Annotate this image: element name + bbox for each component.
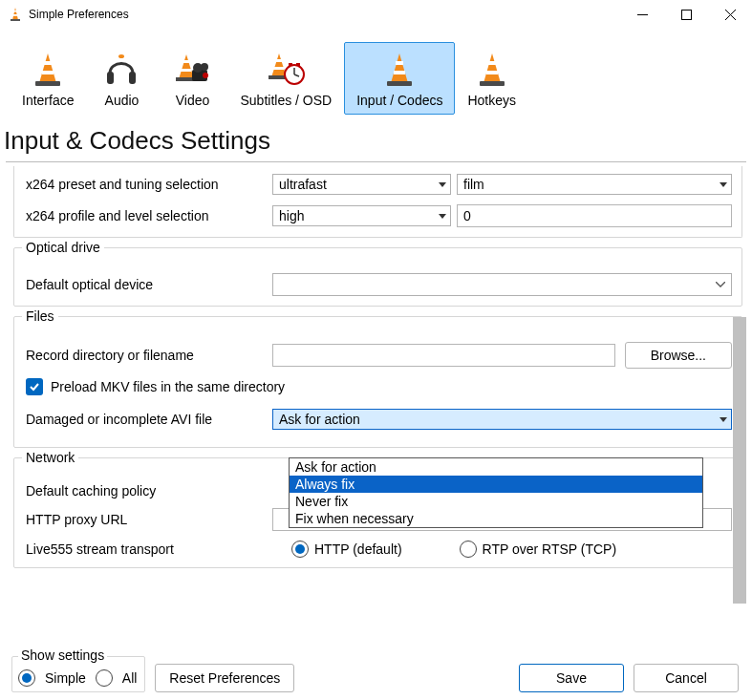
dropdown-option[interactable]: Always fix	[290, 476, 702, 493]
film-cone-icon	[169, 47, 215, 89]
svg-rect-10	[42, 71, 54, 74]
tab-label: Audio	[105, 93, 140, 108]
combo-value: film	[463, 177, 484, 192]
damaged-avi-label: Damaged or incomplete AVI file	[24, 412, 272, 427]
svg-rect-37	[488, 61, 496, 65]
svg-marker-32	[391, 53, 408, 83]
damaged-avi-dropdown[interactable]: Ask for action Always fix Never fix Fix …	[289, 457, 703, 528]
footer: Show settings Simple All Reset Preferenc…	[0, 656, 752, 700]
chevron-down-icon	[439, 182, 446, 187]
combo-value: ultrafast	[279, 177, 327, 192]
tab-audio[interactable]: Audio	[86, 42, 157, 115]
clock-cone-icon	[263, 47, 309, 89]
svg-rect-39	[480, 81, 505, 86]
tab-interface[interactable]: Interface	[10, 42, 86, 115]
svg-rect-34	[394, 71, 405, 74]
live555-rtp-radio[interactable]	[460, 541, 477, 558]
x264-profile-label: x264 profile and level selection	[24, 208, 272, 223]
scrollbar-thumb[interactable]	[733, 317, 746, 604]
preload-mkv-checkbox[interactable]: Preload MKV files in the same directory	[26, 378, 732, 395]
chevron-down-icon	[439, 214, 446, 219]
svg-rect-5	[681, 10, 691, 19]
group-files: Files Record directory or filename Brows…	[13, 316, 742, 448]
window-title: Simple Preferences	[29, 8, 129, 21]
preference-tabs: Interface Audio Video Subtitles / OSD In…	[0, 29, 752, 120]
record-dir-label: Record directory or filename	[24, 348, 272, 363]
svg-marker-15	[179, 54, 194, 79]
x264-profile-combo[interactable]: high	[272, 205, 451, 226]
tab-subtitles[interactable]: Subtitles / OSD	[227, 42, 344, 115]
svg-marker-8	[39, 53, 56, 83]
live555-label: Live555 stream transport	[24, 541, 272, 557]
tab-hotkeys[interactable]: Hotkeys	[455, 42, 528, 115]
group-title: Network	[22, 450, 78, 465]
x264-level-input[interactable]	[457, 204, 732, 227]
chevron-down-icon	[716, 282, 725, 287]
svg-rect-24	[275, 59, 282, 62]
cone-icon	[25, 47, 71, 89]
svg-point-21	[201, 63, 208, 71]
live555-http-label: HTTP (default)	[314, 541, 402, 557]
svg-rect-3	[11, 19, 20, 21]
dropdown-option[interactable]: Never fix	[290, 493, 702, 510]
live555-rtp-label: RTP over RTSP (TCP)	[483, 541, 617, 557]
svg-marker-0	[12, 8, 18, 20]
show-settings-simple-label: Simple	[45, 670, 86, 686]
group-title: Optical drive	[22, 240, 104, 255]
svg-rect-31	[296, 63, 300, 66]
live555-http-radio[interactable]	[291, 541, 309, 558]
browse-button[interactable]: Browse...	[625, 342, 732, 369]
x264-preset-combo[interactable]: ultrafast	[272, 174, 451, 195]
preload-mkv-label: Preload MKV files in the same directory	[51, 379, 285, 394]
record-dir-input[interactable]	[272, 344, 615, 367]
svg-rect-38	[486, 71, 498, 74]
group-codec: x264 preset and tuning selection ultrafa…	[13, 166, 742, 238]
show-settings-all-radio[interactable]	[96, 669, 113, 687]
svg-rect-2	[12, 14, 17, 16]
http-proxy-label: HTTP proxy URL	[24, 512, 272, 527]
divider	[6, 161, 746, 162]
cancel-button[interactable]: Cancel	[634, 664, 739, 692]
show-settings-simple-radio[interactable]	[18, 669, 35, 687]
svg-rect-11	[35, 81, 60, 86]
cache-policy-label: Default caching policy	[24, 483, 272, 498]
svg-rect-25	[273, 67, 284, 70]
tab-video[interactable]: Video	[157, 42, 227, 115]
chevron-down-icon	[720, 182, 727, 187]
group-title: Files	[22, 308, 58, 324]
default-optical-combo[interactable]	[272, 273, 732, 296]
damaged-avi-combo[interactable]: Ask for action	[272, 409, 732, 430]
settings-scroll-area: x264 preset and tuning selection ultrafa…	[13, 166, 742, 615]
svg-marker-36	[483, 53, 501, 83]
checkbox-checked-icon	[26, 378, 43, 395]
show-settings-group: Show settings Simple All	[11, 656, 145, 692]
dropdown-option[interactable]: Ask for action	[290, 458, 702, 476]
svg-rect-35	[387, 81, 412, 86]
minimize-button[interactable]	[620, 0, 664, 29]
titlebar: Simple Preferences	[0, 0, 752, 29]
x264-tuning-combo[interactable]: film	[457, 174, 732, 195]
x264-preset-label: x264 preset and tuning selection	[24, 177, 272, 192]
cone-icon	[376, 47, 422, 89]
tab-input-codecs[interactable]: Input / Codecs	[344, 42, 455, 115]
default-optical-label: Default optical device	[24, 277, 272, 292]
svg-rect-17	[181, 69, 191, 72]
tab-label: Interface	[22, 93, 74, 108]
svg-rect-33	[396, 61, 403, 65]
save-button[interactable]: Save	[519, 664, 624, 692]
close-button[interactable]	[708, 0, 752, 29]
svg-point-14	[118, 54, 124, 58]
svg-rect-13	[129, 72, 136, 84]
combo-value: high	[279, 208, 304, 223]
svg-rect-30	[289, 63, 292, 66]
svg-rect-9	[44, 61, 52, 65]
reset-preferences-button[interactable]: Reset Preferences	[155, 664, 294, 692]
show-settings-all-label: All	[122, 670, 138, 686]
chevron-down-icon	[720, 417, 727, 422]
vlc-app-icon	[8, 7, 23, 22]
svg-rect-1	[13, 11, 17, 12]
tab-label: Hotkeys	[467, 93, 516, 108]
tab-label: Input / Codecs	[356, 93, 442, 108]
dropdown-option[interactable]: Fix when necessary	[290, 510, 702, 527]
maximize-button[interactable]	[664, 0, 708, 29]
